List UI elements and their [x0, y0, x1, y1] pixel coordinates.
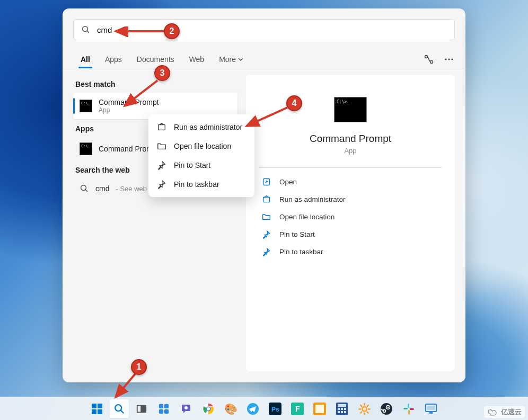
tab-more[interactable]: More [212, 51, 251, 68]
callout-1: 1 [131, 359, 147, 375]
folder-icon [262, 212, 271, 221]
arrow-2 [111, 26, 167, 37]
svg-rect-15 [98, 409, 102, 414]
divider [259, 167, 442, 168]
svg-rect-37 [338, 408, 340, 410]
callout-3: 3 [154, 65, 170, 81]
action-open-location[interactable]: Open file location [259, 208, 442, 226]
steam-icon [380, 402, 393, 416]
svg-point-6 [451, 58, 453, 60]
chat-icon [179, 402, 193, 416]
pin-icon [157, 160, 166, 170]
tab-all[interactable]: All [73, 51, 98, 68]
svg-line-8 [85, 190, 87, 192]
open-icon [262, 177, 271, 186]
chevron-down-icon [238, 57, 243, 62]
context-menu: Run as administrator Open file location … [148, 114, 254, 197]
taskview-icon [135, 402, 148, 416]
sun-icon: 🔆 [357, 402, 371, 416]
search-icon [81, 25, 91, 34]
tab-documents[interactable]: Documents [129, 51, 182, 68]
monitor-icon [424, 402, 438, 416]
flow-icon[interactable] [423, 53, 435, 65]
svg-rect-18 [137, 405, 141, 412]
widgets-button[interactable] [154, 399, 173, 418]
more-icon[interactable] [443, 53, 455, 65]
ctx-open-location[interactable]: Open file location [148, 137, 254, 156]
svg-rect-50 [410, 408, 414, 410]
photoshop-button[interactable]: Ps [266, 399, 285, 418]
tab-apps[interactable]: Apps [98, 51, 129, 68]
ctx-run-admin[interactable]: Run as administrator [148, 118, 254, 137]
shield-admin-icon [262, 195, 271, 204]
search-panel: All Apps Documents Web More Best match C… [63, 8, 465, 382]
svg-text:Ps: Ps [271, 406, 279, 413]
pin-icon [157, 180, 166, 189]
photoshop-icon: Ps [268, 402, 282, 416]
ctx-pin-taskbar[interactable]: Pin to taskbar [148, 175, 254, 194]
start-button[interactable] [87, 399, 107, 418]
slack-button[interactable] [399, 399, 418, 418]
action-open[interactable]: Open [259, 173, 442, 191]
svg-rect-36 [338, 404, 346, 407]
search-icon [80, 184, 89, 193]
svg-point-16 [115, 405, 121, 411]
slack-icon [402, 402, 416, 416]
svg-rect-21 [164, 404, 169, 408]
calculator-icon [335, 402, 349, 416]
svg-rect-39 [344, 408, 346, 410]
calculator-button[interactable] [332, 399, 351, 418]
telegram-button[interactable] [243, 399, 262, 418]
pin-icon [262, 230, 271, 239]
arrow-1 [106, 371, 143, 403]
svg-point-2 [425, 56, 428, 58]
svg-rect-12 [92, 404, 96, 408]
svg-point-3 [430, 61, 433, 64]
svg-rect-47 [408, 404, 409, 408]
chrome-button[interactable] [199, 399, 218, 418]
paint-button[interactable]: 🎨 [221, 399, 240, 418]
app-y-icon [313, 402, 327, 416]
arrow-4 [242, 106, 290, 130]
chrome-icon [201, 402, 215, 416]
svg-rect-11 [159, 125, 165, 130]
tab-web[interactable]: Web [182, 51, 212, 68]
app-monitor-button[interactable] [421, 399, 441, 418]
app-orange-button[interactable]: 🔆 [355, 399, 374, 418]
action-pin-start[interactable]: Pin to Start [259, 226, 442, 243]
svg-rect-34 [315, 405, 324, 413]
svg-point-5 [448, 58, 450, 60]
cmd-icon: C:\_ [80, 100, 92, 112]
search-tabs: All Apps Documents Web More [63, 51, 465, 68]
svg-point-24 [184, 406, 188, 409]
ctx-pin-start[interactable]: Pin to Start [148, 156, 254, 175]
web-result-name: cmd [95, 184, 109, 193]
chat-button[interactable] [177, 399, 196, 418]
details-actions: Open Run as administrator Open file loca… [259, 173, 442, 261]
app-f-button[interactable]: F [288, 399, 307, 418]
steam-button[interactable] [377, 399, 396, 418]
svg-text:F: F [295, 405, 300, 413]
svg-point-45 [388, 406, 389, 408]
callout-4: 4 [286, 95, 302, 111]
result-name: Command Pron [99, 145, 151, 153]
palette-icon: 🎨 [224, 402, 237, 416]
svg-rect-22 [159, 409, 163, 413]
action-run-admin[interactable]: Run as administrator [259, 191, 442, 208]
svg-rect-10 [263, 197, 270, 202]
svg-point-0 [83, 26, 88, 32]
cmd-thumbnail: C:\>_ [334, 97, 367, 122]
arrow-3 [119, 78, 162, 110]
svg-point-7 [81, 185, 86, 191]
telegram-icon [246, 402, 260, 416]
svg-rect-40 [338, 411, 340, 413]
svg-rect-41 [341, 411, 343, 413]
svg-point-27 [207, 407, 210, 410]
windows-icon [90, 402, 104, 416]
svg-line-1 [87, 31, 89, 33]
svg-rect-42 [344, 411, 346, 413]
svg-rect-19 [142, 405, 146, 412]
app-y-button[interactable] [310, 399, 329, 418]
svg-line-17 [121, 410, 124, 413]
action-pin-taskbar[interactable]: Pin to taskbar [259, 243, 442, 261]
